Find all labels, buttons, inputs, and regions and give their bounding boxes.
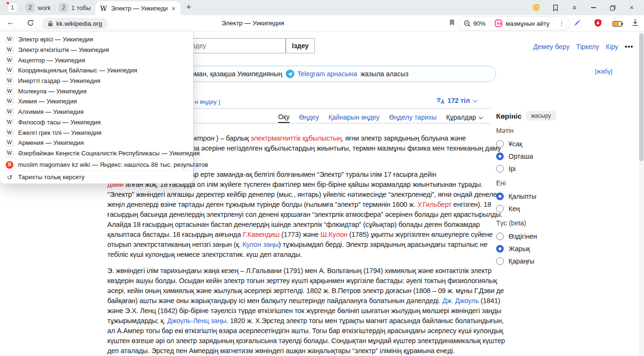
page-actions-more-button[interactable]: ⋮	[559, 20, 565, 27]
radio-unchecked-icon[interactable]	[496, 233, 504, 240]
profile-avatar[interactable]	[527, 0, 546, 15]
protect-shield-button[interactable]	[594, 19, 602, 29]
tab-group-2[interactable]: 2work	[21, 3, 54, 12]
wikipedia-favicon: W	[6, 149, 13, 157]
active-tab[interactable]: W Электр — Уикипедия ×	[95, 1, 180, 15]
wiki-link[interactable]: Кулон заңы	[242, 241, 279, 248]
read-aloud-button[interactable]: мазмұнын айту	[495, 20, 550, 27]
header-more-button[interactable]: •••	[625, 43, 634, 51]
page-actions-pill: 90% мазмұнын айту ⋮	[459, 17, 570, 30]
red-link[interactable]: У.Гильберт	[417, 201, 452, 208]
yandex-icon: Я	[6, 161, 13, 169]
url-bar[interactable]: kk.wikipedia.org	[42, 18, 108, 29]
radio-option-қалыпты[interactable]: Қалыпты	[496, 192, 606, 201]
radio-option-қараңғы[interactable]: Қараңғы	[496, 257, 606, 265]
battery-button[interactable]	[613, 20, 623, 29]
suggestion-label: Армения — Уикипедия	[18, 139, 84, 146]
language-selector[interactable]: 172 тіл	[436, 97, 476, 104]
wikipedia-favicon: W	[6, 56, 13, 64]
suggestion-item[interactable]: WМолекула — Уикипедия	[0, 86, 193, 96]
suggestion-item[interactable]: WАкцептор — Уикипедия	[0, 55, 193, 65]
scrollbar-thumb[interactable]	[639, 33, 644, 161]
suggestion-item[interactable]: ↺Тарихты толық көрсету	[0, 171, 193, 183]
edit-source-link-fragment[interactable]: н өңдеу ]	[195, 98, 220, 105]
bookmark-flag-icon	[449, 19, 455, 26]
suggestion-item[interactable]: Яmuslim magomaev kz wiki — Яндекс: нашло…	[0, 158, 193, 171]
radio-unchecked-icon[interactable]	[496, 165, 504, 173]
view-tab-қайнарын-өңдеу[interactable]: Қайнарын өңдеу	[328, 112, 379, 123]
tab-group-badge: 2	[25, 3, 35, 12]
header-link-2[interactable]: Тіркелу	[576, 43, 599, 51]
tab-close-icon[interactable]: ×	[171, 5, 176, 12]
suggestion-item[interactable]: WАлхимия — Уикипедия	[0, 107, 193, 117]
radio-unchecked-icon[interactable]	[496, 205, 504, 213]
red-link[interactable]: электрмагниттік құбылыстың,	[250, 134, 343, 142]
view-tab-өңдеу[interactable]: Өңдеу	[299, 112, 319, 123]
suggestion-label: Инертті газдар — Уикипедия	[18, 77, 100, 84]
new-tab-button[interactable]: +	[186, 2, 191, 12]
view-tab-құралдар[interactable]: Құралдар	[446, 112, 482, 123]
radio-option-ірі[interactable]: Ірі	[496, 164, 606, 173]
radio-unchecked-icon[interactable]	[496, 257, 504, 265]
telegram-icon	[286, 70, 294, 78]
radio-unchecked-icon[interactable]	[496, 140, 504, 148]
radio-option-кең[interactable]: Кең	[496, 204, 606, 213]
tab-group-1[interactable]: 1	[4, 3, 21, 12]
yandex-pen-button[interactable]	[573, 19, 582, 29]
restore-button[interactable]	[603, 0, 622, 15]
page-scrollbar[interactable]	[639, 31, 644, 356]
banner-telegram-link[interactable]: Telegram арнасына	[298, 70, 357, 78]
language-icon	[436, 97, 445, 104]
article-line: күштен өзгеше әрі ол электр зарядының қо…	[107, 336, 494, 346]
download-icon	[632, 19, 639, 27]
appearance-title: Көрініс	[496, 112, 521, 120]
suggestion-item[interactable]: WАрмения — Уикипедия	[0, 138, 193, 148]
radio-checked-icon[interactable]	[496, 193, 504, 200]
tab-group-badge: 2	[59, 3, 68, 12]
radio-checked-icon[interactable]	[496, 153, 504, 160]
wiki-link[interactable]: Джоуль-Ленц заңы	[167, 317, 227, 325]
reload-button[interactable]	[27, 19, 34, 29]
header-link-3[interactable]: Кіру	[606, 43, 618, 51]
suggestion-item[interactable]: WХимия — Уикипедия	[0, 96, 193, 107]
radio-option-жарық[interactable]: Жарық	[496, 244, 606, 253]
back-button[interactable]: ←	[7, 18, 15, 27]
zoom-control[interactable]: 90%	[464, 20, 486, 27]
close-window-button[interactable]: ×	[622, 0, 641, 15]
suggestion-label: Тарихты толық көрсету	[18, 173, 84, 181]
suggestion-item[interactable]: WЭлектр өткізгіштік — Уикипедия	[0, 45, 193, 55]
suggestion-item[interactable]: WИнертті газдар — Уикипедия	[0, 76, 193, 86]
omnibox-dropdown: WЭлектр өрісі — УикипедияWЭлектр өткізгі…	[0, 31, 193, 183]
url-text: kk.wikipedia.org	[56, 20, 102, 27]
header-link-1[interactable]: Демеу беру	[533, 43, 570, 51]
wiki-link[interactable]: Дж. Джоуль	[442, 297, 478, 305]
suggestion-item[interactable]: WЭлектр өрісі — Уикипедия	[0, 34, 193, 45]
banner-close-link[interactable]: [жабу]	[595, 68, 613, 75]
suggestion-item[interactable]: WЕжелгі грек тілі — Уикипедия	[0, 127, 193, 138]
lock-icon	[48, 20, 53, 27]
radio-checked-icon[interactable]	[496, 245, 504, 253]
radio-option-орташа[interactable]: Орташа	[496, 152, 606, 161]
downloads-button[interactable]	[632, 19, 639, 29]
suggestion-item[interactable]: WКоординациялық байланыс — Уикипедия	[0, 65, 193, 76]
article-text: тебіліс күші кулондық немесе электрстати…	[107, 251, 302, 258]
article-text: Алайда 18 ғасырдың ортасынан бастап дене…	[107, 221, 480, 228]
suggestion-item[interactable]: WФилософ тасы — Уикипедия	[0, 117, 193, 128]
omnibox-page-title[interactable]: Электр — Уикипедия	[221, 20, 284, 27]
radio-option-өздігінен[interactable]: Өздігінен	[496, 232, 606, 241]
appearance-hide-button[interactable]: жасыру	[526, 111, 556, 121]
view-tab-оқу[interactable]: Оқу	[278, 112, 290, 123]
side-panel-button[interactable]	[546, 0, 565, 15]
tab-group-3[interactable]: 21 тобы	[55, 3, 94, 12]
radio-option-ұсақ[interactable]: Ұсақ	[496, 140, 606, 148]
bookmark-flag-button[interactable]	[449, 19, 455, 28]
view-tab-өңделу-тарихы[interactable]: Өңделу тарихы	[389, 112, 436, 123]
red-link[interactable]: Ш.Кулон	[321, 231, 347, 238]
wiki-search-button[interactable]: Іздеу	[286, 38, 315, 53]
article-line: ал А.Ампер тогы бар екі өткізгіштің өзар…	[107, 326, 494, 336]
suggestion-item[interactable]: WӘзербайжан Кеңестік Социалистік Республ…	[0, 148, 193, 159]
suggestion-label: Философ тасы — Уикипедия	[18, 119, 101, 126]
minimize-button[interactable]	[584, 0, 603, 15]
red-link[interactable]: Г.Кавендиш	[243, 231, 280, 238]
menu-button[interactable]: ≡	[565, 0, 584, 15]
